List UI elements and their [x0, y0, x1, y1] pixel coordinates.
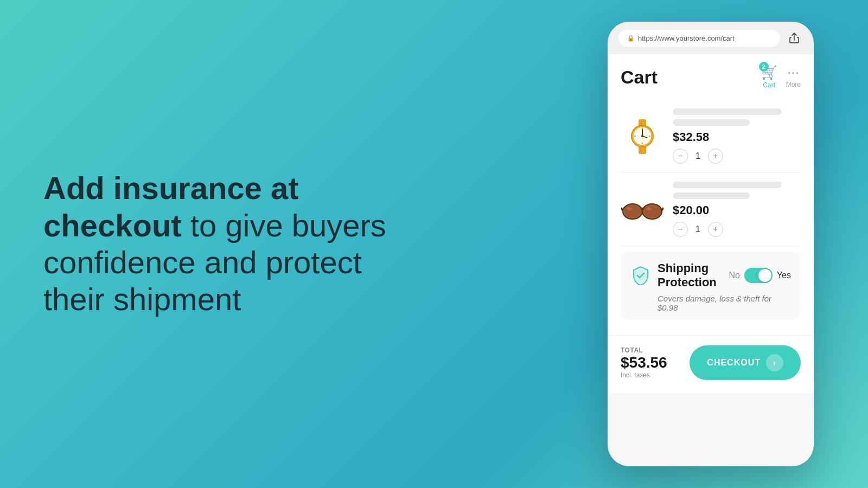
skeleton-line-1	[673, 108, 782, 115]
checkout-button[interactable]: CHECKOUT ›	[690, 345, 801, 380]
hero-text: Add insurance at checkout to give buyers…	[43, 170, 423, 318]
skeleton-line-2	[673, 119, 750, 126]
svg-point-14	[644, 206, 660, 217]
watch-quantity-control: − 1 +	[673, 149, 801, 164]
cart-badge: 2	[759, 62, 769, 72]
sp-header: Shipping Protection No Yes	[630, 261, 791, 290]
watch-qty-decrease[interactable]: −	[673, 149, 688, 164]
cart-nav: 2 🛒 Cart ⋯ More	[761, 65, 801, 89]
product-details-watch: $32.58 − 1 +	[673, 108, 801, 164]
svg-point-12	[624, 206, 641, 217]
cart-icon-wrapper: 2 🛒	[761, 65, 777, 80]
cart-title: Cart	[621, 67, 658, 88]
checkout-label: CHECKOUT	[707, 358, 761, 368]
nav-cart-label: Cart	[763, 81, 775, 89]
sp-toggle-area: No Yes	[729, 268, 791, 283]
skeleton-line-3	[673, 182, 782, 188]
phone-mockup: 🔒 https://www.yourstore.com/cart Cart 2	[608, 22, 835, 466]
url-text: https://www.yourstore.com/cart	[638, 34, 735, 42]
total-label: TOTAL	[621, 346, 667, 354]
bottom-bar: TOTAL $53.56 Incl. taxes CHECKOUT ›	[608, 335, 814, 393]
checkout-arrow-icon: ›	[766, 354, 783, 371]
product-list: $32.58 − 1 +	[621, 100, 801, 246]
browser-bar: 🔒 https://www.yourstore.com/cart	[608, 22, 814, 54]
svg-point-6	[641, 135, 643, 137]
product-item-sunglasses: $20.00 − 1 +	[621, 173, 801, 246]
watch-qty-value: 1	[695, 151, 700, 161]
product-image-watch	[621, 114, 664, 158]
sp-toggle[interactable]	[744, 268, 773, 283]
sp-yes-label: Yes	[777, 271, 791, 280]
phone-content: Cart 2 🛒 Cart ⋯ More	[608, 54, 814, 335]
nav-more-item[interactable]: ⋯ More	[786, 66, 801, 88]
lock-icon: 🔒	[627, 35, 635, 42]
more-icon: ⋯	[787, 66, 799, 80]
sunglasses-quantity-control: − 1 +	[673, 222, 801, 237]
shipping-protection-card: Shipping Protection No Yes Covers damage…	[621, 252, 801, 320]
total-amount: $53.56	[621, 354, 667, 371]
phone-frame: 🔒 https://www.yourstore.com/cart Cart 2	[608, 22, 814, 466]
nav-cart-item[interactable]: 2 🛒 Cart	[761, 65, 777, 89]
url-bar: 🔒 https://www.yourstore.com/cart	[618, 30, 780, 47]
watch-qty-increase[interactable]: +	[708, 149, 723, 164]
share-button[interactable]	[786, 29, 803, 47]
product-image-sunglasses	[621, 188, 664, 231]
hero-bold-checkout: checkout	[43, 208, 182, 243]
svg-point-17	[627, 207, 632, 210]
sp-title: Shipping Protection	[658, 261, 722, 290]
sunglasses-qty-increase[interactable]: +	[708, 222, 723, 237]
total-section: TOTAL $53.56 Incl. taxes	[621, 346, 667, 379]
sp-description: Covers damage, loss & theft for $0.98	[658, 294, 791, 312]
cart-header: Cart 2 🛒 Cart ⋯ More	[621, 65, 801, 89]
shield-icon	[630, 265, 651, 286]
sunglasses-price: $20.00	[673, 203, 801, 217]
toggle-knob	[758, 269, 771, 282]
sunglasses-qty-decrease[interactable]: −	[673, 222, 688, 237]
hero-section: Add insurance at checkout to give buyers…	[43, 170, 423, 318]
product-item-watch: $32.58 − 1 +	[621, 100, 801, 173]
sp-no-label: No	[729, 271, 739, 280]
nav-more-label: More	[786, 81, 801, 88]
svg-point-18	[646, 207, 652, 210]
skeleton-line-4	[673, 192, 750, 199]
product-details-sunglasses: $20.00 − 1 +	[673, 182, 801, 237]
total-note: Incl. taxes	[621, 371, 667, 379]
sunglasses-qty-value: 1	[695, 224, 700, 234]
watch-price: $32.58	[673, 130, 801, 144]
sunglasses-svg	[621, 194, 664, 224]
watch-svg	[623, 117, 661, 155]
